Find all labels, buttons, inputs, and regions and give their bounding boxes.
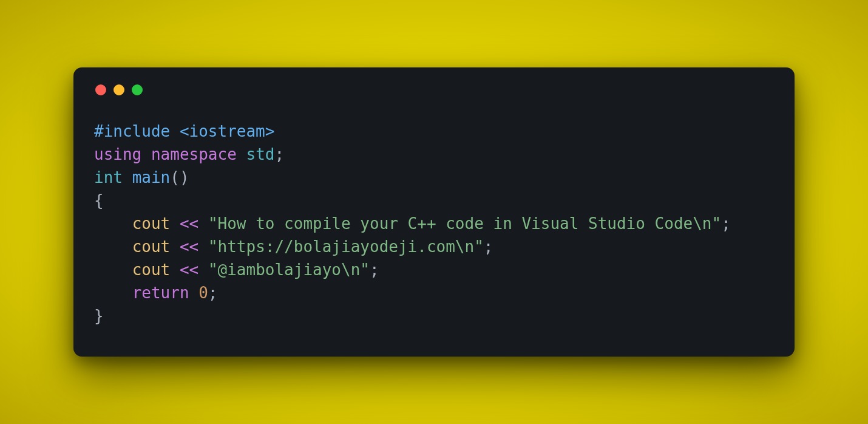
indent [94, 214, 132, 233]
operator-insert: << [180, 214, 198, 233]
code-block: #include <iostream> using namespace std;… [94, 120, 774, 327]
operator-insert: << [180, 261, 198, 279]
semicolon: ; [208, 284, 218, 302]
indent [94, 238, 132, 256]
keyword-using: using [94, 145, 141, 163]
identifier-cout: cout [132, 238, 171, 256]
keyword-return: return [132, 284, 189, 302]
string-literal-1: "How to compile your C++ code in Visual … [208, 214, 721, 233]
window-traffic-lights [95, 84, 774, 95]
semicolon: ; [484, 238, 493, 256]
string-literal-2: "https://bolajiayodeji.com\n" [208, 238, 484, 256]
identifier-std: std [246, 145, 274, 163]
operator-insert: << [180, 238, 198, 256]
brace-open: { [94, 191, 104, 210]
number-zero: 0 [198, 284, 208, 302]
indent [94, 261, 132, 279]
type-int: int [94, 168, 123, 186]
semicolon: ; [721, 214, 731, 233]
identifier-cout: cout [132, 261, 171, 279]
zoom-icon[interactable] [132, 84, 143, 95]
preprocessor-include: #include [94, 122, 180, 140]
identifier-cout: cout [132, 214, 171, 233]
code-window: #include <iostream> using namespace std;… [73, 67, 795, 357]
keyword-namespace: namespace [151, 145, 237, 163]
minimize-icon[interactable] [114, 84, 124, 95]
semicolon: ; [370, 261, 379, 279]
brace-close: } [94, 307, 104, 325]
parentheses: () [170, 168, 189, 186]
close-icon[interactable] [95, 84, 106, 95]
string-literal-3: "@iambolajiayo\n" [208, 261, 370, 279]
page-frame: #include <iostream> using namespace std;… [0, 0, 868, 424]
function-main: main [132, 168, 171, 186]
preprocessor-header: <iostream> [180, 122, 275, 140]
semicolon: ; [274, 145, 284, 163]
indent [94, 284, 132, 302]
